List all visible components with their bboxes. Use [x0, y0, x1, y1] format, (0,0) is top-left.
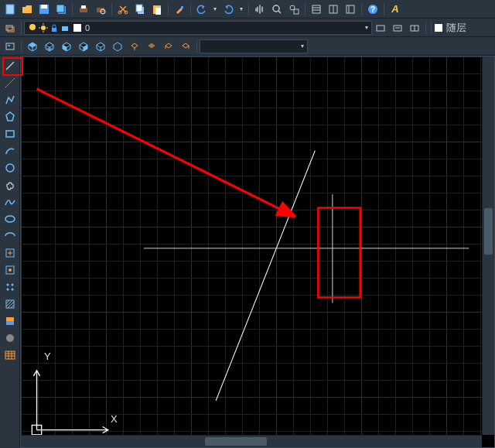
- color-swatch-icon: [434, 23, 443, 32]
- svg-line-67: [11, 305, 14, 308]
- paste-icon[interactable]: [149, 2, 165, 17]
- redo-icon[interactable]: [220, 2, 236, 17]
- layer-properties-icon[interactable]: [2, 20, 18, 36]
- svg-rect-84: [32, 425, 41, 434]
- svg-point-61: [6, 289, 9, 291]
- text-style-icon[interactable]: A: [387, 2, 403, 17]
- canvas-overlay: [21, 56, 494, 447]
- layer-state-icon[interactable]: [390, 20, 405, 36]
- svg-point-16: [273, 5, 279, 12]
- copy-icon[interactable]: [132, 2, 148, 17]
- ellipse-tool-icon[interactable]: [2, 211, 18, 227]
- polyline-tool-icon[interactable]: [2, 92, 18, 108]
- separator: [425, 21, 426, 35]
- view-se-iso-icon[interactable]: [144, 39, 159, 54]
- top-toolbar-3: ▾: [0, 37, 495, 56]
- separator: [248, 2, 249, 16]
- polygon-tool-icon[interactable]: [2, 109, 18, 125]
- vertical-scrollbar[interactable]: [482, 56, 494, 435]
- layer-previous-icon[interactable]: [373, 20, 388, 36]
- save-icon[interactable]: [36, 2, 52, 17]
- top-toolbar-1: ▾ ▾ ? A: [0, 0, 495, 19]
- redo-dropdown-icon[interactable]: ▾: [237, 2, 245, 17]
- view-right-icon[interactable]: [76, 39, 91, 54]
- view-top-icon[interactable]: [25, 39, 40, 54]
- view-sw-iso-icon[interactable]: [127, 39, 142, 54]
- drawing-canvas[interactable]: // grid drawn after data load below: [20, 56, 495, 448]
- folder-icon[interactable]: [19, 2, 35, 17]
- svg-rect-38: [62, 26, 68, 31]
- view-front-icon[interactable]: [93, 39, 108, 54]
- svg-text:?: ?: [370, 5, 375, 14]
- match-properties-icon[interactable]: [172, 2, 187, 17]
- save-all-icon[interactable]: [53, 2, 69, 17]
- design-center-icon[interactable]: [326, 2, 341, 17]
- svg-rect-45: [435, 24, 442, 32]
- visual-style-dropdown[interactable]: ▾: [200, 39, 308, 53]
- svg-rect-0: [6, 5, 14, 14]
- hatch-tool-icon[interactable]: [2, 296, 18, 312]
- sun-icon: [39, 23, 48, 32]
- svg-rect-47: [8, 45, 10, 46]
- chevron-down-icon: ▾: [301, 43, 304, 50]
- svg-point-31: [29, 24, 36, 30]
- svg-point-58: [9, 268, 12, 272]
- undo-dropdown-icon[interactable]: ▾: [211, 2, 219, 17]
- svg-rect-30: [8, 27, 14, 32]
- cut-icon[interactable]: [115, 2, 131, 17]
- table-tool-icon[interactable]: [2, 347, 18, 363]
- undo-icon[interactable]: [194, 2, 210, 17]
- tool-palettes-icon[interactable]: [343, 2, 358, 17]
- revision-cloud-tool-icon[interactable]: [2, 177, 18, 193]
- point-tool-icon[interactable]: [2, 279, 18, 295]
- make-block-tool-icon[interactable]: [2, 262, 18, 278]
- separator: [111, 2, 112, 16]
- svg-rect-63: [6, 300, 14, 308]
- separator: [431, 21, 432, 35]
- gradient-tool-icon[interactable]: [2, 313, 18, 329]
- svg-line-65: [6, 300, 12, 306]
- help-icon[interactable]: ?: [365, 2, 381, 17]
- print-preview-icon[interactable]: [93, 2, 108, 17]
- ellipse-arc-tool-icon[interactable]: [2, 228, 18, 244]
- svg-line-64: [6, 300, 9, 303]
- spline-tool-icon[interactable]: [2, 194, 18, 210]
- view-ne-iso-icon[interactable]: [161, 39, 176, 54]
- svg-rect-40: [377, 26, 384, 31]
- separator: [21, 39, 22, 53]
- view-nw-iso-icon[interactable]: [178, 39, 193, 54]
- zoom-window-icon[interactable]: [286, 2, 302, 17]
- view-bottom-icon[interactable]: [42, 39, 57, 54]
- svg-line-17: [278, 11, 281, 13]
- zoom-realtime-icon[interactable]: [269, 2, 285, 17]
- insert-block-tool-icon[interactable]: [2, 245, 18, 261]
- svg-rect-6: [81, 5, 86, 9]
- lock-icon: [50, 23, 59, 32]
- properties-icon[interactable]: [309, 2, 324, 17]
- named-views-icon[interactable]: [2, 39, 18, 54]
- construction-line-tool-icon[interactable]: [2, 75, 18, 91]
- view-back-icon[interactable]: [110, 39, 125, 54]
- view-left-icon[interactable]: [59, 39, 74, 54]
- svg-rect-37: [52, 28, 56, 32]
- rectangle-tool-icon[interactable]: [2, 126, 18, 142]
- plot-icon[interactable]: [76, 2, 91, 17]
- layer-off-icon[interactable]: [407, 20, 422, 36]
- svg-rect-4: [56, 5, 64, 12]
- layer-color-swatch: [73, 23, 82, 32]
- pan-icon[interactable]: [252, 2, 268, 17]
- svg-rect-39: [73, 24, 81, 32]
- svg-point-54: [6, 164, 14, 172]
- svg-rect-53: [6, 131, 14, 137]
- line-tool-icon[interactable]: [2, 58, 18, 74]
- layer-dropdown[interactable]: 0 ▾: [24, 21, 372, 35]
- svg-rect-15: [181, 6, 183, 9]
- region-tool-icon[interactable]: [2, 330, 18, 346]
- color-by-layer-label: 随层: [446, 21, 466, 35]
- svg-line-52: [5, 78, 15, 87]
- new-file-icon[interactable]: [2, 2, 18, 17]
- svg-point-62: [11, 289, 13, 291]
- horizontal-scrollbar[interactable]: [21, 435, 482, 447]
- circle-tool-icon[interactable]: [2, 160, 18, 176]
- arc-tool-icon[interactable]: [2, 143, 18, 159]
